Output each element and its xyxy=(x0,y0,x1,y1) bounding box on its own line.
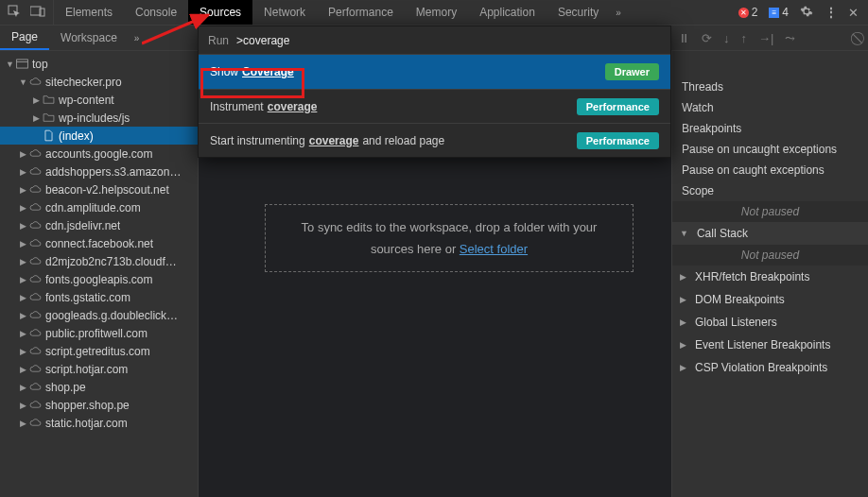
tree-row[interactable]: (index) xyxy=(0,127,198,145)
sidebar-section[interactable]: ▶XHR/fetch Breakpoints xyxy=(672,266,868,288)
expand-icon[interactable]: ▶ xyxy=(19,275,26,284)
tree-row[interactable]: ▶d2mjzob2nc713b.cloudf… xyxy=(0,252,198,270)
device-toggle-icon[interactable] xyxy=(30,6,45,20)
tree-row[interactable]: ▶accounts.google.com xyxy=(0,145,198,163)
dropzone-text2: sources here or xyxy=(371,242,460,256)
command-item[interactable]: Show CoverageDrawer xyxy=(199,55,670,89)
tree-row[interactable]: ▶shop.pe xyxy=(0,378,198,396)
settings-icon[interactable] xyxy=(800,5,813,21)
cloud-icon xyxy=(28,345,42,358)
sidebar-item[interactable]: Scope xyxy=(672,180,868,201)
tree-row[interactable]: ▶cdn.jsdelivr.net xyxy=(0,216,198,234)
sidebar-section[interactable]: ▶DOM Breakpoints xyxy=(672,288,868,311)
tree-row[interactable]: ▼top xyxy=(0,55,198,73)
tree-row[interactable]: ▶googleads.g.doubleclick… xyxy=(0,306,198,324)
expand-icon[interactable]: ▼ xyxy=(19,77,26,87)
more-subtabs-icon[interactable]: » xyxy=(129,33,146,43)
sidebar-section[interactable]: ▶Global Listeners xyxy=(672,311,868,334)
tree-row[interactable]: ▶cdn.amplitude.com xyxy=(0,198,198,216)
tree-label: addshoppers.s3.amazon… xyxy=(45,165,181,179)
folder-icon xyxy=(42,94,55,107)
tree-row[interactable]: ▶fonts.googleapis.com xyxy=(0,270,198,288)
close-devtools-icon[interactable]: ✕ xyxy=(848,6,859,20)
tab-security[interactable]: Security xyxy=(547,0,610,25)
expand-icon[interactable]: ▶ xyxy=(19,257,26,266)
tree-row[interactable]: ▶wp-content xyxy=(0,91,198,109)
inspect-icon[interactable] xyxy=(8,5,21,21)
sidebar-section[interactable]: ▶CSP Violation Breakpoints xyxy=(672,356,868,379)
command-item[interactable]: Instrument coveragePerformance xyxy=(199,89,670,123)
tree-row[interactable]: ▶connect.facebook.net xyxy=(0,234,198,252)
error-badge[interactable]: ✕2 xyxy=(738,6,758,19)
tree-label: (index) xyxy=(59,129,94,143)
expand-icon[interactable]: ▶ xyxy=(19,167,26,177)
tree-row[interactable]: ▶script.hotjar.com xyxy=(0,360,198,378)
tree-label: accounts.google.com xyxy=(45,147,152,161)
debugger-icon-1[interactable]: ⟳ xyxy=(702,31,712,45)
expand-icon[interactable]: ▶ xyxy=(32,113,40,123)
tree-row[interactable]: ▶beacon-v2.helpscout.net xyxy=(0,180,198,198)
cloud-icon xyxy=(28,309,42,322)
command-menu[interactable]: Run >coverage Show CoverageDrawerInstrum… xyxy=(198,26,671,158)
expand-icon[interactable]: ▶ xyxy=(19,329,26,338)
debugger-icon-3[interactable]: ↑ xyxy=(741,31,748,45)
expand-icon[interactable]: ▶ xyxy=(19,383,26,392)
debugger-icon-0[interactable]: ⏸ xyxy=(678,31,690,45)
tree-label: top xyxy=(32,58,48,71)
tree-label: shopper.shop.pe xyxy=(45,399,130,412)
tree-row[interactable]: ▶shopper.shop.pe xyxy=(0,396,198,414)
subtab-page[interactable]: Page xyxy=(0,26,49,50)
tree-row[interactable]: ▶fonts.gstatic.com xyxy=(0,288,198,306)
tab-network[interactable]: Network xyxy=(252,0,317,25)
tree-row[interactable]: ▶public.profitwell.com xyxy=(0,324,198,342)
tree-row[interactable]: ▶wp-includes/js xyxy=(0,109,198,127)
expand-icon[interactable]: ▶ xyxy=(19,365,26,374)
select-folder-link[interactable]: Select folder xyxy=(460,242,528,256)
cmd-query[interactable]: coverage xyxy=(243,34,289,47)
subtab-workspace[interactable]: Workspace xyxy=(49,26,129,50)
expand-icon[interactable]: ▶ xyxy=(19,149,26,159)
command-item[interactable]: Start instrumenting coverage and reload … xyxy=(199,123,670,157)
tab-sources[interactable]: Sources xyxy=(188,0,252,25)
tab-memory[interactable]: Memory xyxy=(405,0,468,25)
workspace-dropzone[interactable]: To sync edits to the workspace, drop a f… xyxy=(265,204,634,272)
call-stack-header[interactable]: ▼Call Stack xyxy=(672,222,868,245)
info-badge[interactable]: ≡4 xyxy=(769,6,789,19)
tree-row[interactable]: ▶script.getreditus.com xyxy=(0,342,198,360)
expand-icon[interactable]: ▶ xyxy=(19,311,26,320)
expand-icon[interactable]: ▼ xyxy=(6,60,13,69)
expand-icon[interactable]: ▶ xyxy=(19,419,26,428)
sidebar-item[interactable]: Pause on uncaught exceptions xyxy=(672,139,868,160)
tree-label: public.profitwell.com xyxy=(45,327,148,340)
tree-row[interactable]: ▶static.hotjar.com xyxy=(0,414,198,432)
expand-icon[interactable]: ▶ xyxy=(32,95,40,105)
kebab-icon[interactable]: ⋮ xyxy=(825,5,837,20)
sidebar-item[interactable]: Threads xyxy=(672,77,868,97)
debugger-icon-4[interactable]: →| xyxy=(758,31,773,45)
tree-label: script.hotjar.com xyxy=(45,363,128,376)
tab-elements[interactable]: Elements xyxy=(54,0,124,25)
tab-application[interactable]: Application xyxy=(468,0,547,25)
cloud-icon xyxy=(28,255,42,268)
sidebar-section[interactable]: ▶Event Listener Breakpoints xyxy=(672,334,868,356)
expand-icon[interactable]: ▶ xyxy=(19,203,26,213)
sidebar-item[interactable]: Breakpoints xyxy=(672,118,868,139)
expand-icon[interactable]: ▶ xyxy=(19,347,26,356)
cloud-icon xyxy=(28,381,42,394)
tree-row[interactable]: ▼sitechecker.pro xyxy=(0,73,198,91)
expand-icon[interactable]: ▶ xyxy=(19,401,26,410)
tree-row[interactable]: ▶addshoppers.s3.amazon… xyxy=(0,163,198,180)
sidebar-item[interactable]: Watch xyxy=(672,97,868,118)
sidebar-item[interactable]: Pause on caught exceptions xyxy=(672,160,868,180)
expand-icon[interactable]: ▶ xyxy=(19,239,26,248)
expand-icon[interactable]: ▶ xyxy=(19,221,26,231)
more-tabs-icon[interactable]: » xyxy=(610,8,627,18)
dropzone-text1: To sync edits to the workspace, drop a f… xyxy=(275,220,623,234)
tab-console[interactable]: Console xyxy=(124,0,188,25)
debugger-icon-5[interactable]: ⤳ xyxy=(785,31,795,45)
tab-performance[interactable]: Performance xyxy=(317,0,405,25)
expand-icon[interactable]: ▶ xyxy=(19,293,26,302)
expand-icon[interactable]: ▶ xyxy=(19,185,26,195)
tree-label: connect.facebook.net xyxy=(45,237,153,250)
debugger-icon-2[interactable]: ↓ xyxy=(723,31,730,45)
